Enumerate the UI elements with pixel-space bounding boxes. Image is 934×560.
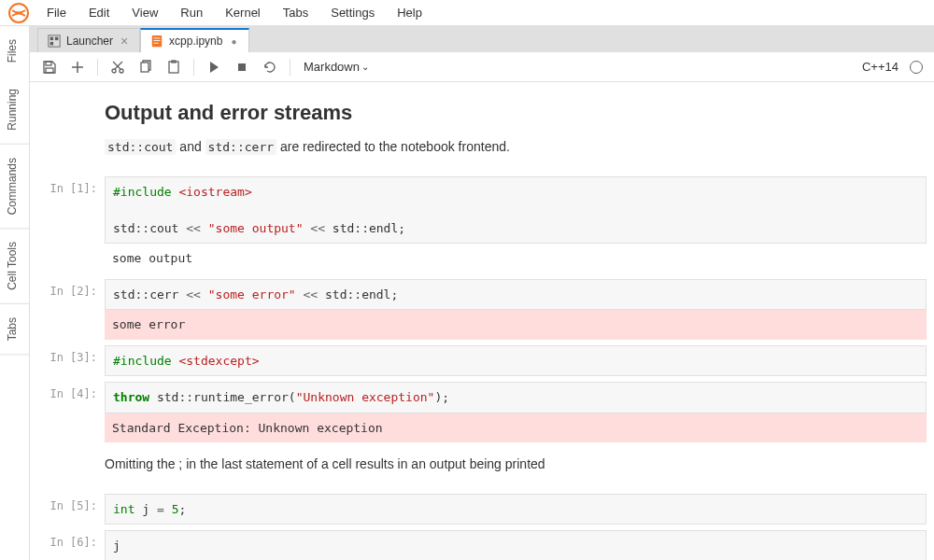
code-input[interactable]: int j = 5;: [105, 494, 927, 525]
markdown-cell[interactable]: Output and error streams std::cout and s…: [37, 93, 927, 171]
menu-tabs[interactable]: Tabs: [274, 2, 318, 23]
save-button[interactable]: [37, 55, 62, 79]
separator: [97, 59, 98, 76]
restart-button[interactable]: [258, 55, 282, 79]
tab-xcpp[interactable]: xcpp.ipynb: [140, 28, 249, 52]
svg-rect-10: [46, 68, 53, 73]
sidebar-tab-commands[interactable]: Commands: [0, 145, 29, 229]
markdown-cell[interactable]: Omitting the ; in the last statement of …: [37, 448, 927, 487]
sidebar-tab-tabs[interactable]: Tabs: [0, 304, 29, 355]
cell-prompt: In [5]:: [37, 494, 105, 525]
paragraph: std::cout and std::cerr are redirected t…: [105, 136, 927, 158]
separator: [290, 59, 290, 76]
cell-prompt: In [3]:: [37, 345, 105, 377]
code-input[interactable]: throw std::runtime_error("Unknown except…: [105, 382, 927, 413]
menu-help[interactable]: Help: [388, 2, 432, 23]
code-cell[interactable]: In [4]: throw std::runtime_error("Unknow…: [37, 382, 927, 442]
notebook-icon: [150, 35, 163, 48]
celltype-select[interactable]: Markdown ⌄: [298, 60, 375, 74]
code-cell[interactable]: In [2]: std::cerr << "some error" << std…: [37, 279, 927, 340]
celltype-label: Markdown: [304, 60, 360, 74]
paragraph: Omitting the ; in the last statement of …: [105, 454, 927, 474]
svg-rect-7: [154, 40, 161, 41]
svg-rect-8: [154, 43, 159, 44]
code-input[interactable]: std::cerr << "some error" << std::endl;: [105, 279, 927, 311]
svg-rect-4: [50, 41, 54, 45]
cell-output-stderr: some error: [105, 310, 927, 340]
copy-button[interactable]: [134, 55, 158, 79]
kernel-name[interactable]: C++14: [855, 60, 906, 74]
tab-bar: Launcher xcpp.ipynb: [30, 26, 934, 52]
cell-output: some output: [105, 244, 927, 273]
chevron-down-icon: ⌄: [361, 62, 369, 72]
code-cell[interactable]: In [5]: int j = 5;: [37, 494, 927, 525]
sidebar-tab-files[interactable]: Files: [0, 26, 29, 76]
add-cell-button[interactable]: [65, 55, 90, 79]
heading: Output and error streams: [105, 101, 927, 125]
code-cell[interactable]: In [3]: #include <stdexcept>: [37, 345, 927, 377]
tab-launcher[interactable]: Launcher: [37, 28, 140, 52]
tab-label: xcpp.ipynb: [169, 35, 222, 48]
svg-rect-9: [46, 62, 51, 65]
cell-prompt: [37, 93, 105, 171]
sidebar-tab-running[interactable]: Running: [0, 76, 29, 145]
launcher-icon: [48, 35, 61, 48]
dirty-indicator-icon: [228, 35, 239, 47]
left-sidebar: Files Running Commands Cell Tools Tabs: [0, 26, 30, 560]
cut-button[interactable]: [106, 55, 130, 79]
menu-view[interactable]: View: [122, 2, 167, 23]
svg-rect-6: [154, 38, 161, 39]
jupyter-logo-icon: [7, 2, 30, 24]
menu-file[interactable]: File: [37, 2, 76, 23]
code-input[interactable]: #include <stdexcept>: [105, 345, 927, 377]
cell-output-stderr: Standard Exception: Unknown exception: [105, 413, 927, 443]
cell-prompt: In [1]:: [37, 176, 105, 273]
menu-run[interactable]: Run: [171, 2, 212, 23]
menu-settings[interactable]: Settings: [321, 2, 384, 23]
code-input[interactable]: j: [105, 530, 927, 560]
svg-rect-17: [141, 63, 149, 72]
stop-button[interactable]: [230, 55, 254, 79]
cell-prompt: In [4]:: [37, 382, 105, 442]
svg-rect-2: [50, 36, 54, 40]
notebook-toolbar: Markdown ⌄ C++14: [30, 52, 934, 82]
paste-button[interactable]: [162, 55, 186, 79]
svg-marker-20: [210, 62, 219, 73]
menu-kernel[interactable]: Kernel: [216, 2, 270, 23]
separator: [193, 59, 194, 76]
svg-point-13: [112, 69, 116, 73]
svg-rect-3: [55, 36, 59, 40]
code-cell[interactable]: In [1]: #include <iostream> std::cout <<…: [37, 176, 927, 273]
svg-rect-18: [169, 62, 178, 73]
svg-point-14: [120, 69, 123, 73]
svg-rect-21: [238, 63, 246, 71]
menubar: File Edit View Run Kernel Tabs Settings …: [0, 0, 934, 26]
code-input[interactable]: #include <iostream> std::cout << "some o…: [105, 176, 927, 245]
sidebar-tab-celltools[interactable]: Cell Tools: [0, 229, 29, 304]
kernel-status-icon[interactable]: [910, 61, 923, 74]
notebook-area[interactable]: Output and error streams std::cout and s…: [30, 82, 934, 560]
cell-prompt: In [2]:: [37, 279, 105, 340]
run-button[interactable]: [202, 55, 226, 79]
close-icon[interactable]: [119, 35, 130, 47]
cell-prompt: [37, 448, 105, 487]
cell-prompt: In [6]:: [37, 530, 105, 560]
menu-edit[interactable]: Edit: [79, 2, 119, 23]
code-cell[interactable]: In [6]: j: [37, 530, 927, 560]
tab-label: Launcher: [66, 35, 113, 48]
